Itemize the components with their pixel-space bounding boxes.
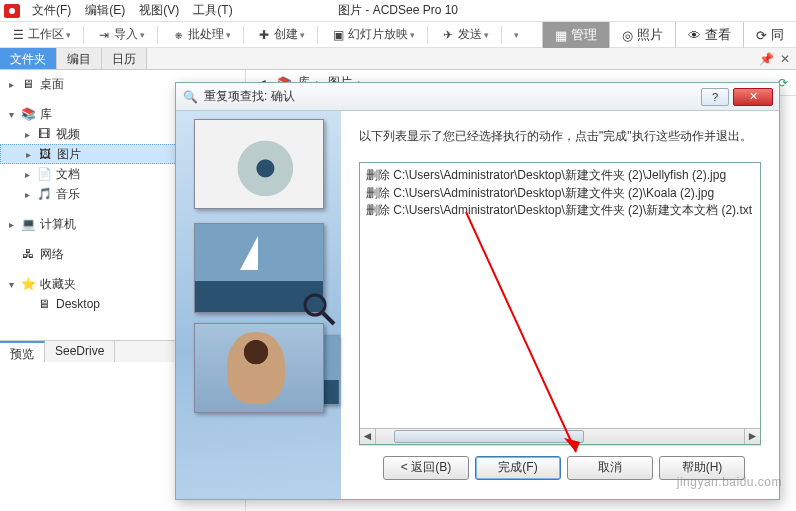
tree-label: 计算机 bbox=[40, 216, 76, 233]
mode-photo[interactable]: ◎照片 bbox=[609, 22, 675, 48]
dialog-titlebar: 🔍 重复项查找: 确认 ? ✕ bbox=[176, 83, 779, 111]
list-item[interactable]: 删除 C:\Users\Administrator\Desktop\新建文件夹 … bbox=[366, 202, 754, 219]
mode-photo-label: 照片 bbox=[637, 26, 663, 44]
tree-label: 收藏夹 bbox=[40, 276, 76, 293]
list-item[interactable]: 删除 C:\Users\Administrator\Desktop\新建文件夹 … bbox=[366, 185, 754, 202]
mode-sync[interactable]: ⟳同 bbox=[743, 22, 796, 48]
scroll-thumb[interactable] bbox=[394, 430, 584, 443]
cancel-button[interactable]: 取消 bbox=[567, 456, 653, 480]
close-panel-icon[interactable]: ✕ bbox=[780, 52, 790, 66]
tab-calendar[interactable]: 日历 bbox=[102, 48, 147, 69]
tree-label: 图片 bbox=[57, 146, 81, 163]
menu-tools[interactable]: 工具(T) bbox=[187, 0, 238, 21]
tree-label: 视频 bbox=[56, 126, 80, 143]
workspace-icon: ☰ bbox=[10, 28, 26, 42]
chevron-down-icon: ▾ bbox=[514, 30, 519, 40]
expand-icon[interactable]: ▸ bbox=[6, 219, 16, 230]
side-panel-tabs: 文件夹 编目 日历 📌 ✕ bbox=[0, 48, 796, 70]
thumbnail-eye bbox=[194, 119, 324, 209]
tab-seedrive[interactable]: SeeDrive bbox=[45, 341, 115, 362]
expand-icon[interactable]: ▸ bbox=[6, 79, 16, 90]
tool-create[interactable]: ✚ 创建▾ bbox=[252, 24, 309, 45]
dialog-sidebar-graphic bbox=[176, 111, 341, 499]
tree-label: 网络 bbox=[40, 246, 64, 263]
expand-icon[interactable]: ▸ bbox=[22, 129, 32, 140]
app-icon bbox=[4, 4, 20, 18]
mode-view-label: 查看 bbox=[705, 26, 731, 44]
finish-button[interactable]: 完成(F) bbox=[475, 456, 561, 480]
pin-icon[interactable]: 📌 bbox=[759, 52, 774, 66]
tool-create-label: 创建 bbox=[274, 26, 298, 43]
window-title: 图片 - ACDSee Pro 10 bbox=[338, 2, 458, 19]
desktop-icon: 🖥 bbox=[36, 297, 52, 311]
tool-overflow[interactable]: ▾ bbox=[510, 28, 523, 42]
tab-folders[interactable]: 文件夹 bbox=[0, 48, 57, 69]
menu-edit[interactable]: 编辑(E) bbox=[79, 0, 131, 21]
magnifier-icon bbox=[301, 291, 337, 327]
expand-icon[interactable]: ▸ bbox=[23, 149, 33, 160]
tool-workspace-label: 工作区 bbox=[28, 26, 64, 43]
tree-label: 桌面 bbox=[40, 76, 64, 93]
duplicate-finder-dialog: 🔍 重复项查找: 确认 ? ✕ 以下列表显示了您已经选择执行的动作，点击"完成"… bbox=[175, 82, 780, 500]
menubar: 文件(F) 编辑(E) 视图(V) 工具(T) 图片 - ACDSee Pro … bbox=[0, 0, 796, 22]
tool-batch[interactable]: ⎈ 批处理▾ bbox=[166, 24, 235, 45]
mode-manage-label: 管理 bbox=[571, 26, 597, 44]
tool-import-label: 导入 bbox=[114, 26, 138, 43]
tool-workspace[interactable]: ☰ 工作区▾ bbox=[6, 24, 75, 45]
scroll-track[interactable] bbox=[376, 429, 744, 444]
favorites-icon: ⭐ bbox=[20, 277, 36, 291]
tool-send-label: 发送 bbox=[458, 26, 482, 43]
tool-slideshow[interactable]: ▣ 幻灯片放映▾ bbox=[326, 24, 419, 45]
actions-listbox[interactable]: 删除 C:\Users\Administrator\Desktop\新建文件夹 … bbox=[359, 162, 761, 445]
computer-icon: 💻 bbox=[20, 217, 36, 231]
watermark: jingyan.baidu.com bbox=[677, 475, 782, 489]
mode-manage[interactable]: ▦管理 bbox=[542, 22, 609, 48]
tree-label: 文档 bbox=[56, 166, 80, 183]
collapse-icon[interactable]: ▾ bbox=[6, 109, 16, 120]
menu-file[interactable]: 文件(F) bbox=[26, 0, 77, 21]
create-icon: ✚ bbox=[256, 28, 272, 42]
tree-label: Desktop bbox=[56, 297, 100, 311]
grid-icon: ▦ bbox=[555, 28, 567, 43]
tool-import[interactable]: ⇥ 导入▾ bbox=[92, 24, 149, 45]
slideshow-icon: ▣ bbox=[330, 28, 346, 42]
mode-view[interactable]: 👁查看 bbox=[675, 22, 743, 48]
scroll-right-icon[interactable]: ► bbox=[744, 429, 760, 444]
list-item[interactable]: 删除 C:\Users\Administrator\Desktop\新建文件夹 … bbox=[366, 167, 754, 184]
tab-preview[interactable]: 预览 bbox=[0, 341, 45, 362]
tool-batch-label: 批处理 bbox=[188, 26, 224, 43]
dialog-content: 以下列表显示了您已经选择执行的动作，点击"完成"执行这些动作并退出。 删除 C:… bbox=[341, 111, 779, 499]
help-button[interactable]: ? bbox=[701, 88, 729, 106]
mode-sync-label: 同 bbox=[771, 26, 784, 44]
tool-send[interactable]: ✈ 发送▾ bbox=[436, 24, 493, 45]
tool-slideshow-label: 幻灯片放映 bbox=[348, 26, 408, 43]
expand-icon[interactable]: ▸ bbox=[22, 169, 32, 180]
network-icon: 🖧 bbox=[20, 247, 36, 261]
back-button[interactable]: < 返回(B) bbox=[383, 456, 469, 480]
dialog-title: 重复项查找: 确认 bbox=[204, 88, 295, 105]
music-icon: 🎵 bbox=[36, 187, 52, 201]
collapse-icon[interactable]: ▾ bbox=[6, 279, 16, 290]
batch-icon: ⎈ bbox=[170, 28, 186, 42]
documents-icon: 📄 bbox=[36, 167, 52, 181]
tree-label: 库 bbox=[40, 106, 52, 123]
main-toolbar: ☰ 工作区▾ ⇥ 导入▾ ⎈ 批处理▾ ✚ 创建▾ ▣ 幻灯片放映▾ ✈ 发送▾… bbox=[0, 22, 796, 48]
scroll-left-icon[interactable]: ◄ bbox=[360, 429, 376, 444]
tab-catalog[interactable]: 编目 bbox=[57, 48, 102, 69]
menu-view[interactable]: 视图(V) bbox=[133, 0, 185, 21]
eye-icon: 👁 bbox=[688, 28, 701, 43]
import-icon: ⇥ bbox=[96, 28, 112, 42]
tree-label: 音乐 bbox=[56, 186, 80, 203]
desktop-icon: 🖥 bbox=[20, 77, 36, 91]
search-icon: 🔍 bbox=[182, 89, 198, 105]
sync-icon: ⟳ bbox=[756, 28, 767, 43]
thumbnail-portrait bbox=[194, 323, 324, 413]
svg-line-1 bbox=[323, 313, 334, 324]
mode-bar: ▦管理 ◎照片 👁查看 ⟳同 bbox=[542, 22, 796, 48]
close-button[interactable]: ✕ bbox=[733, 88, 773, 106]
pictures-icon: 🖼 bbox=[37, 147, 53, 161]
horizontal-scrollbar[interactable]: ◄ ► bbox=[360, 428, 760, 444]
expand-icon[interactable]: ▸ bbox=[22, 189, 32, 200]
send-icon: ✈ bbox=[440, 28, 456, 42]
library-icon: 📚 bbox=[20, 107, 36, 121]
